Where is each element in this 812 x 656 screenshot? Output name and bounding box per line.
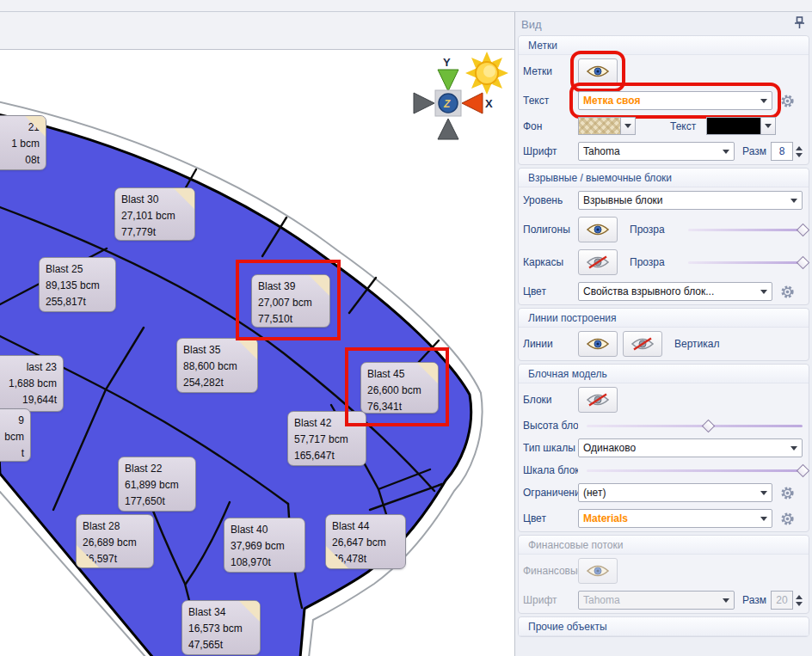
dropdown-value: Tahoma [583,594,718,606]
label-fold-corner [25,116,46,137]
slider-track[interactable] [587,425,803,427]
label-fold-corner [174,188,194,209]
blast-label-blast-22[interactable]: Blast 2261,899 bcm177,650t [118,457,196,512]
spinner[interactable]: 8 [771,142,803,161]
blast-label-blast-40[interactable]: Blast 4037,969 bcm108,970t [224,518,305,573]
slider-track[interactable] [587,469,803,472]
blast-label-line: Blast 22 [125,461,189,477]
blast-label-blast-23[interactable]: last 231,688 bcm19,644t [0,355,64,412]
blast-label-blast-44[interactable]: Blast 4426,647 bcm76,478t [325,514,406,569]
spinner-down-icon[interactable] [796,153,803,157]
settings-group: Прочие объекты [518,616,809,637]
map-margin [0,12,514,49]
group-title: Линии построения [528,312,616,324]
axis-x-arrow [462,93,483,113]
blast-label-line: 27,101 bcm [121,208,188,224]
blast-label-line: 77,779t [121,224,188,241]
map-viewport[interactable]: Y Z X 211 bcm08tBlast 3027,101 bcm77,779… [0,49,514,656]
text-color-picker[interactable] [706,117,776,135]
dropdown-value: Одинаково [583,442,786,454]
eye-visible-toggle[interactable] [578,558,618,584]
blast-label-line: 177,650t [125,494,189,510]
row-label: Шрифт [523,145,578,157]
dropdown[interactable]: Одинаково [578,438,803,457]
blast-label-blast-35[interactable]: Blast 3588,600 bcm254,282t [176,338,258,393]
background-color-picker-swatch [578,117,621,135]
chevron-down-icon [760,491,767,495]
spinner-up-icon[interactable] [796,595,803,599]
blast-label-line: 1,688 bcm [0,376,57,392]
eye-visible-toggle[interactable] [578,58,618,84]
chevron-down-icon [760,517,767,521]
settings-row: ШрифтTahomaРазм20 [519,587,809,613]
row-label: Тип шкалы блок [523,442,578,454]
slider-thumb[interactable] [701,419,715,432]
group-header: Метки [519,36,809,55]
background-color-picker[interactable] [578,117,636,135]
slider-thumb[interactable] [797,463,810,477]
row-label: Цвет [523,285,578,297]
label-fold-corner [239,601,260,622]
pin-icon[interactable] [794,16,805,33]
settings-row: ТекстМетка своя [519,88,809,113]
eye-visible-toggle[interactable] [578,217,618,242]
panel-header: Вид [515,12,812,35]
spinner[interactable]: 20 [771,591,803,610]
spinner-up-icon[interactable] [796,146,803,150]
blast-label-blast-21[interactable]: 211 bcm08t [0,115,46,170]
blast-label-blast-34[interactable]: Blast 3416,573 bcm47,565t [181,600,261,655]
slider-thumb[interactable] [797,255,810,269]
eye-hidden-toggle[interactable] [578,249,618,275]
dropdown[interactable]: (нет) [578,483,772,502]
blast-label-line: 89,135 bcm [46,278,109,294]
settings-group: Блочная модельБлокиВысота блоковТип шкал… [518,364,809,532]
dropdown-value: Свойства взрывного блок... [583,285,756,297]
blast-label-line: 1 bcm [0,136,40,152]
slider-track[interactable] [688,229,803,231]
chevron-down-icon[interactable] [761,117,776,135]
blast-label-blast-30[interactable]: Blast 3027,101 bcm77,779t [114,187,195,241]
eye-visible-toggle[interactable] [578,331,618,357]
spinner-buttons[interactable] [796,595,803,606]
dropdown-value: Взрывные блоки [583,194,786,206]
row-label: Фон [523,120,578,132]
gear-button[interactable] [779,284,796,300]
dropdown[interactable]: Метка своя [578,91,772,110]
spinner-down-icon[interactable] [796,602,803,606]
slider-thumb[interactable] [797,223,810,236]
row-label: Каркасы [523,256,578,268]
gear-button[interactable] [779,511,796,527]
mid-label: Прозра [630,256,680,268]
blast-label-blast-29[interactable]: 9bcmt [0,408,31,462]
row-label: Блоки [523,394,578,406]
dropdown[interactable]: Взрывные блоки [578,191,803,210]
blast-label-line: Blast 40 [231,522,298,538]
blast-label-blast-28[interactable]: Blast 2826,689 bcm76,597t [76,514,154,568]
dropdown-value: Materials [583,512,756,524]
dropdown[interactable]: Materials [578,509,772,528]
font-dropdown[interactable]: Tahoma [578,142,735,161]
settings-row: Блоки [519,383,809,416]
blast-label-blast-25[interactable]: Blast 2589,135 bcm255,817t [39,257,116,312]
axis-x-label: X [485,97,493,110]
eye-hidden-toggle[interactable] [578,387,618,413]
font-dropdown[interactable]: Tahoma [578,591,735,610]
settings-row: Шкала блоков [519,461,809,480]
blast-label-line: 255,817t [46,294,109,310]
slider-track[interactable] [688,261,803,264]
spinner-buttons[interactable] [796,146,803,157]
gear-button[interactable] [779,485,796,501]
eye-hidden-toggle[interactable] [623,331,662,357]
dropdown-value: Метка своя [583,95,756,107]
row-label: Высота блоков [523,420,578,432]
row-label: Шрифт [523,594,578,606]
chevron-down-icon[interactable] [621,117,636,135]
settings-row: Финансовые по [519,555,809,587]
axis-z-label: Z [443,98,451,110]
gear-button[interactable] [779,93,796,109]
blast-label-line: 88,600 bcm [183,359,251,375]
app-window: Y Z X 211 bcm08tBlast 3027,101 bcm77,779… [0,0,812,656]
row-label: Цвет [523,512,578,524]
blast-label-line: Blast 25 [46,261,109,278]
dropdown[interactable]: Свойства взрывного блок... [578,282,772,301]
